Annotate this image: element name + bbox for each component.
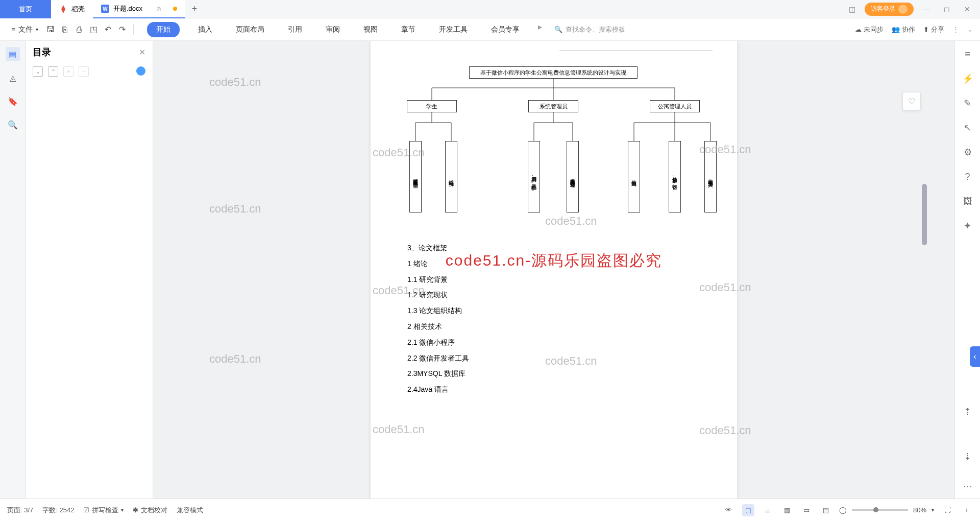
page-indicator[interactable]: 页面: 3/7 xyxy=(7,506,33,515)
side-drawer-tab[interactable]: ‹ xyxy=(970,346,980,367)
zoom-dropdown-icon[interactable]: ▾ xyxy=(932,507,934,513)
word-count[interactable]: 字数: 2542 xyxy=(42,506,74,515)
scrollbar[interactable] xyxy=(921,41,928,499)
more-menu-icon[interactable]: ▸ xyxy=(538,22,542,37)
export-icon[interactable]: ⎘ xyxy=(59,23,71,36)
zoom-knob[interactable] xyxy=(873,507,878,512)
proof-icon: ✽ xyxy=(133,506,138,514)
search-icon: 🔍 xyxy=(554,26,562,33)
search-nav-icon[interactable]: 🔍 xyxy=(6,117,20,132)
hamburger-icon: ≡ xyxy=(11,26,15,34)
star-icon[interactable]: ✦ xyxy=(961,219,975,233)
print-icon[interactable]: ⎙ xyxy=(73,23,85,36)
save-icon[interactable]: 🖫 xyxy=(44,23,57,36)
search-placeholder: 查找命令、搜索模板 xyxy=(566,25,625,34)
diagram-node-student: 学生 xyxy=(407,100,457,112)
zoom-track[interactable] xyxy=(852,509,908,511)
preview-icon[interactable]: ◳ xyxy=(87,23,100,36)
header-rule xyxy=(559,50,713,51)
scroll-thumb[interactable] xyxy=(922,184,927,245)
dropdown-icon: ▾ xyxy=(121,507,124,513)
tab-document[interactable]: W 开题.docx ⎚ xyxy=(93,0,185,18)
grid-view-icon[interactable]: ▤ xyxy=(820,504,832,516)
proofread-button[interactable]: ✽文档校对 xyxy=(133,506,167,515)
minimize-button[interactable]: — xyxy=(919,2,934,17)
tab-home[interactable]: 首页 xyxy=(0,0,51,18)
sync-label: 未同步 xyxy=(864,25,884,34)
unsaved-dot-icon xyxy=(173,7,177,11)
zoom-control[interactable]: ◯ 80% ▾ xyxy=(839,506,934,514)
pen-icon[interactable]: ✎ xyxy=(961,96,975,110)
bookmark-icon[interactable]: 🔖 xyxy=(6,94,20,108)
collab-button[interactable]: 👥协作 xyxy=(892,25,915,34)
spellcheck-toggle[interactable]: ☑拼写检查▾ xyxy=(83,506,124,515)
menu-view[interactable]: 视图 xyxy=(358,22,383,37)
text-line: 2.3MYSQL 数据库 xyxy=(407,366,713,382)
menu-vip[interactable]: 会员专享 xyxy=(486,22,525,37)
cursor-icon[interactable]: ↖ xyxy=(961,121,975,135)
close-button[interactable]: ✕ xyxy=(960,2,975,17)
tab-doc-label: 开题.docx xyxy=(113,4,142,13)
layout-icon[interactable]: ◫ xyxy=(844,2,860,17)
diagram-leaf: 增删用户、系统维护 xyxy=(528,141,540,212)
toolbar: ≡ 文件 ▾ 🖫 ⎘ ⎙ ◳ ↶ ↷ 开始 插入 页面布局 引用 审阅 视图 章… xyxy=(0,18,980,41)
web-view-icon[interactable]: ▦ xyxy=(781,504,793,516)
toolbar-search[interactable]: 🔍 查找命令、搜索模板 xyxy=(554,25,625,34)
more-icon[interactable]: ⋯ xyxy=(961,479,975,493)
document-area: 基于微信小程序的学生公寓电费信息管理系统的设计与实现 学生 系统管理员 公寓管理… xyxy=(153,41,954,499)
eye-icon[interactable]: 👁 xyxy=(723,504,735,516)
image-icon[interactable]: 🖼 xyxy=(961,194,975,208)
zoom-in-icon[interactable]: + xyxy=(961,504,973,516)
diagram-leaf: 信息抄录、收费 xyxy=(669,141,681,212)
tab-daoke[interactable]: 稻壳 xyxy=(51,0,93,18)
expand-icon[interactable]: ⌃ xyxy=(48,66,58,77)
fullscreen-icon[interactable]: ⛶ xyxy=(941,504,953,516)
text-line: 2.4Java 语言 xyxy=(407,382,713,397)
scroll-up-icon[interactable]: ⇡ xyxy=(961,405,975,419)
menu-dev[interactable]: 开发工具 xyxy=(434,22,473,37)
undo-icon[interactable]: ↶ xyxy=(102,23,114,36)
settings-icon[interactable]: ⚙ xyxy=(961,145,975,159)
help-icon[interactable]: ? xyxy=(961,170,975,184)
menu-review[interactable]: 审阅 xyxy=(321,22,345,37)
maximize-button[interactable]: ◻ xyxy=(939,2,954,17)
kebab-icon[interactable]: ⋮ xyxy=(952,26,959,33)
menu-reference[interactable]: 引用 xyxy=(283,22,307,37)
remove-icon[interactable]: − xyxy=(79,66,89,77)
right-nav: ≡ ⚡ ✎ ↖ ⚙ ? 🖼 ✦ ⇡ ⇣ ⋯ xyxy=(954,41,980,499)
outline-icon[interactable]: ▤ xyxy=(6,47,20,61)
diagram-leaf: 信息查询 xyxy=(628,141,640,212)
add-icon[interactable]: + xyxy=(63,66,74,77)
hamburger-right-icon[interactable]: ≡ xyxy=(961,47,975,61)
share-button[interactable]: ⬆分享 xyxy=(923,25,944,34)
file-menu[interactable]: ≡ 文件 ▾ xyxy=(7,23,42,36)
menu-insert[interactable]: 插入 xyxy=(193,22,217,37)
outline-view-icon[interactable]: ≣ xyxy=(762,504,774,516)
toc-title: 目录 xyxy=(33,46,139,58)
float-panel-icon[interactable]: ♡ xyxy=(902,92,921,110)
read-view-icon[interactable]: ▭ xyxy=(800,504,813,516)
zoom-out-icon[interactable]: ◯ xyxy=(839,506,847,514)
chevron-down-icon[interactable]: ⌄ xyxy=(967,26,973,33)
compat-mode[interactable]: 兼容模式 xyxy=(177,506,203,515)
menu-layout[interactable]: 页面布局 xyxy=(231,22,270,37)
sync-button[interactable]: ☁未同步 xyxy=(855,25,884,34)
rocket-icon[interactable]: ⚡ xyxy=(961,72,975,86)
collapse-icon[interactable]: ⌄ xyxy=(33,66,43,77)
people-icon: 👥 xyxy=(892,26,900,33)
close-sidebar-icon[interactable]: ✕ xyxy=(139,48,145,57)
tab-daoke-label: 稻壳 xyxy=(71,5,85,14)
login-button[interactable]: 访客登录 xyxy=(865,3,914,16)
menu-chapter[interactable]: 章节 xyxy=(396,22,421,37)
watermark: code51.cn xyxy=(209,202,261,216)
text-line: 2.1 微信小程序 xyxy=(407,335,713,350)
new-tab-button[interactable]: + xyxy=(185,0,204,18)
text-line: 2 相关技术 xyxy=(407,319,713,335)
page-view-icon[interactable]: ▢ xyxy=(742,504,754,516)
zoom-label[interactable]: 80% xyxy=(913,506,926,514)
attachment-icon[interactable]: ◬ xyxy=(6,70,20,85)
menu-tabs: 开始 插入 页面布局 引用 审阅 视图 章节 开发工具 会员专享 ▸ xyxy=(147,22,542,37)
redo-icon[interactable]: ↷ xyxy=(116,23,128,36)
scroll-down-icon[interactable]: ⇣ xyxy=(961,449,975,464)
menu-start[interactable]: 开始 xyxy=(147,22,180,37)
